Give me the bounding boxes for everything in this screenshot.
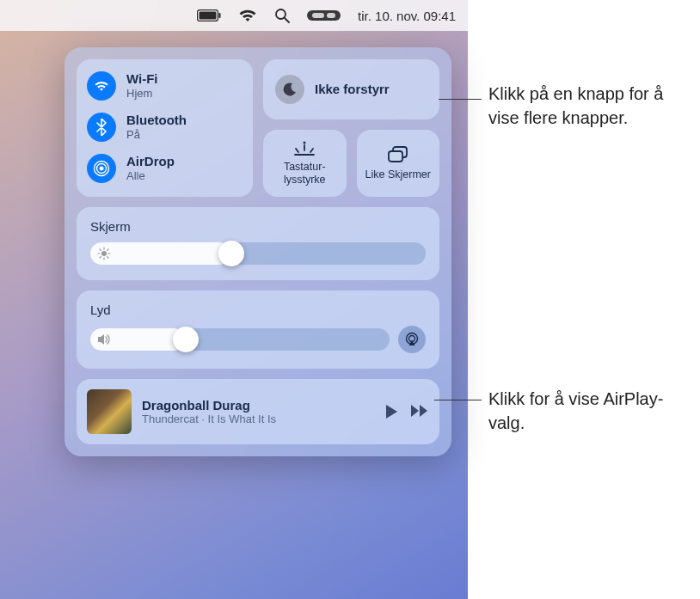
callout-line-airplay <box>434 400 482 400</box>
screen-mirroring-button[interactable]: Like Skjermer <box>357 130 440 197</box>
display-slider[interactable] <box>90 242 426 265</box>
keyboard-brightness-icon <box>293 140 316 156</box>
battery-icon[interactable] <box>197 9 221 21</box>
svg-line-17 <box>107 257 108 258</box>
now-playing-card[interactable]: Dragonball Durag Thundercat · It Is What… <box>77 379 439 444</box>
svg-point-8 <box>304 142 306 144</box>
album-art <box>87 389 132 434</box>
callout-dnd: Klikk på en knapp for å vise flere knapp… <box>488 82 686 130</box>
callout-line-dnd <box>439 99 482 100</box>
airdrop-text: AirDrop Alle <box>126 154 175 183</box>
wifi-title: Wi-Fi <box>126 71 158 87</box>
svg-line-16 <box>100 249 101 250</box>
svg-rect-1 <box>200 12 217 20</box>
bluetooth-toggle[interactable]: Bluetooth På <box>87 113 243 142</box>
svg-line-4 <box>285 18 289 22</box>
wifi-sub: Hjem <box>126 87 158 101</box>
bluetooth-text: Bluetooth På <box>126 113 187 142</box>
sound-label: Lyd <box>90 303 426 317</box>
airplay-audio-button[interactable] <box>398 326 426 353</box>
control-center-toggle[interactable] <box>307 10 341 21</box>
callout-airplay: Klikk for å vise AirPlay-valg. <box>488 387 686 435</box>
spotlight-icon[interactable] <box>274 8 290 23</box>
brightness-low-icon <box>97 247 111 260</box>
play-icon <box>384 404 398 419</box>
svg-rect-10 <box>389 151 402 162</box>
sound-card: Lyd <box>77 290 439 369</box>
track-info: Dragonball Durag Thundercat · It Is What… <box>142 398 374 425</box>
bluetooth-sub: På <box>126 128 187 142</box>
keyboard-brightness-label: Tastatur-lysstyrke <box>268 161 341 186</box>
wifi-icon[interactable] <box>238 9 257 22</box>
svg-rect-2 <box>219 13 221 18</box>
dnd-label: Ikke forstyrr <box>315 82 390 98</box>
airdrop-icon <box>87 154 116 183</box>
small-controls-row: Tastatur-lysstyrke Like Skjermer <box>263 130 439 197</box>
wifi-icon <box>87 71 116 101</box>
svg-line-18 <box>100 257 101 258</box>
airdrop-title: AirDrop <box>126 154 175 169</box>
display-slider-thumb[interactable] <box>218 241 244 266</box>
svg-point-5 <box>100 167 104 171</box>
fast-forward-icon <box>410 404 429 418</box>
next-button[interactable] <box>410 404 429 419</box>
airdrop-sub: Alle <box>126 169 175 183</box>
display-card: Skjerm <box>77 207 439 280</box>
menubar: tir. 10. nov. 09:41 <box>0 0 468 31</box>
wifi-text: Wi-Fi Hjem <box>126 71 158 101</box>
moon-icon <box>275 75 304 104</box>
play-button[interactable] <box>384 404 398 419</box>
display-label: Skjerm <box>90 219 426 234</box>
keyboard-brightness-button[interactable]: Tastatur-lysstyrke <box>263 130 347 197</box>
airplay-icon <box>404 332 420 347</box>
dnd-toggle[interactable]: Ikke forstyrr <box>263 59 439 119</box>
control-center-panel: Wi-Fi Hjem Bluetooth På AirDrop <box>64 47 451 456</box>
bluetooth-title: Bluetooth <box>126 113 187 128</box>
mirror-icon <box>387 146 409 163</box>
svg-point-3 <box>276 9 286 19</box>
track-subtitle: Thundercat · It Is What It Is <box>142 413 374 425</box>
airdrop-toggle[interactable]: AirDrop Alle <box>87 154 243 183</box>
connectivity-card: Wi-Fi Hjem Bluetooth På AirDrop <box>77 59 253 197</box>
sound-slider[interactable] <box>90 328 390 351</box>
bluetooth-icon <box>87 113 116 142</box>
menubar-datetime[interactable]: tir. 10. nov. 09:41 <box>358 9 456 23</box>
cc-top-grid: Wi-Fi Hjem Bluetooth På AirDrop <box>77 59 439 197</box>
sound-slider-thumb[interactable] <box>173 327 199 352</box>
mirror-label: Like Skjermer <box>365 168 431 181</box>
svg-line-19 <box>107 249 108 250</box>
wifi-toggle[interactable]: Wi-Fi Hjem <box>87 71 243 101</box>
svg-point-11 <box>101 251 107 256</box>
cc-right-column: Ikke forstyrr Tastatur-lysstyrke Like Sk… <box>263 59 439 197</box>
track-title: Dragonball Durag <box>142 398 374 413</box>
media-controls <box>384 404 429 419</box>
volume-low-icon <box>97 333 113 345</box>
